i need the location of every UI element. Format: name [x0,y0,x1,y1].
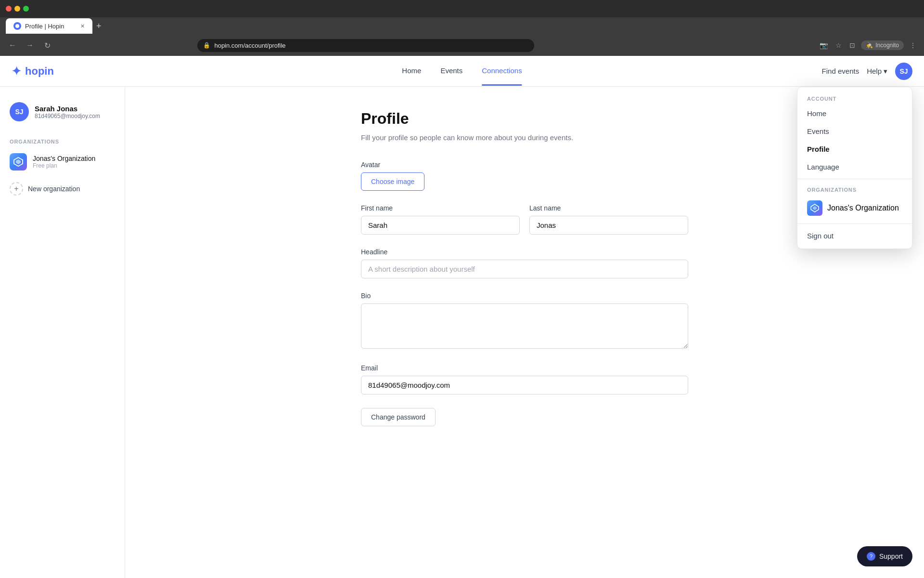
first-name-input[interactable] [361,216,520,235]
address-bar[interactable]: 🔒 hopin.com/account/profile [197,39,534,52]
new-tab-btn[interactable]: + [92,19,105,33]
sidebar-org-item[interactable]: Jonas's Organization Free plan [0,148,125,175]
headline-label: Headline [361,248,688,256]
svg-marker-2 [813,206,817,210]
tab-close-btn[interactable]: ✕ [80,23,85,29]
dropdown-divider [797,179,912,179]
bio-group: Bio [361,292,688,351]
sidebar-user: SJ Sarah Jonas 81d49065@moodjoy.com [0,96,125,127]
support-btn[interactable]: ? Support [857,546,912,566]
refresh-btn[interactable]: ↻ [40,39,54,52]
dropdown-divider-2 [797,223,912,224]
new-org-btn[interactable]: + New organization [0,177,125,200]
logo-text: hopin [25,65,54,78]
nav-links: Home Events Connections [402,57,522,86]
incognito-label: Incognito [875,42,899,49]
choose-image-btn[interactable]: Choose image [361,172,424,191]
support-icon: ? [867,552,875,561]
camera-off-icon[interactable]: 📷 [818,39,830,51]
bio-textarea[interactable] [361,303,688,349]
dropdown-sign-out[interactable]: Sign out [797,227,912,245]
profile-subtitle: Fill your profile so people can know mor… [361,133,688,142]
logo-icon: ✦ [12,65,21,78]
dropdown-orgs-label: ORGANIZATIONS [797,182,912,196]
change-password-btn[interactable]: Change password [361,408,436,426]
email-group: Email [361,364,688,394]
traffic-lights [6,6,29,12]
bio-label: Bio [361,292,688,300]
nav-right: Find events Help ▾ SJ [822,63,912,80]
browser-titlebar [0,0,924,17]
nav-events[interactable]: Events [440,57,462,86]
first-name-label: First name [361,204,520,212]
dropdown-org-item[interactable]: Jonas's Organization [797,196,912,221]
email-input[interactable] [361,376,688,394]
user-avatar-btn[interactable]: SJ [895,63,912,80]
avatar-form-group: Avatar Choose image [361,161,688,191]
forward-btn[interactable]: → [23,39,37,52]
bookmark-icon[interactable]: ☆ [834,39,844,51]
dropdown-profile[interactable]: Profile [797,140,912,158]
incognito-icon: 🕵️ [866,42,873,49]
svg-marker-4 [16,159,21,164]
dropdown-org-name: Jonas's Organization [827,204,899,212]
email-label: Email [361,364,688,372]
back-btn[interactable]: ← [6,39,19,52]
last-name-label: Last name [529,204,688,212]
incognito-badge: 🕵️ Incognito [861,40,904,50]
sidebar-user-email: 81d49065@moodjoy.com [35,113,100,119]
active-tab[interactable]: Profile | Hopin ✕ [6,18,92,34]
org-info: Jonas's Organization Free plan [33,155,95,169]
logo[interactable]: ✦ hopin [12,65,54,78]
change-password-group: Change password [361,408,688,426]
name-row: First name Last name [361,204,688,248]
maximize-traffic-light[interactable] [23,6,29,12]
dropdown-account-label: ACCOUNT [797,91,912,105]
headline-group: Headline [361,248,688,278]
sidebar-user-name: Sarah Jonas [35,105,100,113]
profile-section: Profile Fill your profile so people can … [342,87,707,463]
org-name: Jonas's Organization [33,155,95,162]
url-display: hopin.com/account/profile [214,42,285,49]
top-nav: ✦ hopin Home Events Connections Find eve… [0,56,924,87]
dropdown-language[interactable]: Language [797,158,912,176]
dropdown-org-icon [807,200,822,216]
org-plan: Free plan [33,162,95,169]
sidebar-orgs-label: ORGANIZATIONS [0,135,125,148]
support-label: Support [879,552,903,560]
account-dropdown: ACCOUNT Home Events Profile Language ORG… [797,87,912,249]
chevron-down-icon: ▾ [884,67,887,76]
avatar: SJ [10,102,29,121]
headline-input[interactable] [361,260,688,278]
sidebar: SJ Sarah Jonas 81d49065@moodjoy.com ORGA… [0,87,125,578]
app-container: SJ Sarah Jonas 81d49065@moodjoy.com ORGA… [0,87,924,578]
last-name-group: Last name [529,204,688,235]
close-traffic-light[interactable] [6,6,12,12]
find-events-btn[interactable]: Find events [822,67,860,75]
address-bar-row: ← → ↻ 🔒 hopin.com/account/profile 📷 ☆ ⊡ … [0,35,924,56]
lock-icon: 🔒 [203,42,210,49]
browser-actions: 📷 ☆ ⊡ 🕵️ Incognito ⋮ [818,39,918,51]
dropdown-home[interactable]: Home [797,105,912,122]
new-org-label: New organization [28,185,80,193]
tab-bar: Profile | Hopin ✕ + [0,17,924,35]
last-name-input[interactable] [529,216,688,235]
sidebar-user-info: Sarah Jonas 81d49065@moodjoy.com [35,105,100,119]
tab-title: Profile | Hopin [25,23,64,30]
help-btn[interactable]: Help ▾ [867,67,887,76]
more-options-btn[interactable]: ⋮ [908,39,918,51]
new-org-plus-icon: + [10,182,23,196]
svg-point-0 [15,24,19,28]
avatar-label: Avatar [361,161,688,169]
nav-home[interactable]: Home [402,57,421,86]
org-icon [10,153,27,171]
tab-favicon [13,22,21,30]
page-title: Profile [361,110,688,128]
dropdown-events[interactable]: Events [797,122,912,140]
first-name-group: First name [361,204,520,235]
nav-connections[interactable]: Connections [482,57,522,86]
split-view-icon[interactable]: ⊡ [847,39,857,51]
minimize-traffic-light[interactable] [14,6,20,12]
